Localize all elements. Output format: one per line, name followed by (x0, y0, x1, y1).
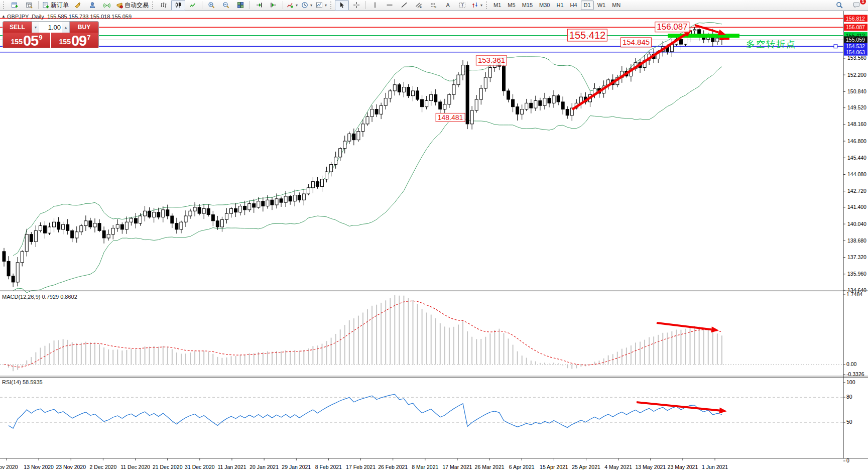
line-chart-mode-button[interactable] (186, 0, 200, 11)
horizontal-line-tool-button[interactable] (383, 0, 397, 11)
volume-input[interactable] (39, 24, 62, 31)
timeframe-mn-button[interactable]: MN (609, 1, 624, 10)
timeframe-m1-button[interactable]: M1 (490, 1, 504, 10)
bollinger-upper-band[interactable] (13, 23, 722, 256)
candle-body (198, 207, 201, 213)
rsi-axis-label: 0 (846, 457, 849, 463)
candle-body (148, 211, 151, 217)
sell-button[interactable]: SELL (3, 22, 32, 33)
channel-tool-button[interactable]: E (412, 0, 426, 11)
fibo-icon: F (430, 2, 437, 9)
new-chart-button[interactable] (8, 0, 22, 11)
trendline-tool-button[interactable] (397, 0, 411, 11)
timeframe-m30-button[interactable]: M30 (536, 1, 553, 10)
price-annotation[interactable]: 154.845 (621, 38, 652, 47)
price-annotation[interactable]: 153.361 (476, 56, 507, 65)
toolbar-grip[interactable] (152, 2, 154, 9)
vertical-line-tool-button[interactable] (368, 0, 382, 11)
candle-body (189, 211, 192, 216)
chart-shift-button[interactable] (267, 0, 281, 11)
chart-canvas[interactable]: 153.560152.200150.840149.520148.160146.8… (0, 11, 868, 473)
one-click-toggle-icon[interactable]: ▲ (2, 14, 6, 19)
candle-body (216, 221, 219, 227)
candle-body (330, 164, 333, 172)
red-dash-marker[interactable] (719, 38, 729, 40)
candle-body (557, 96, 560, 102)
rsi-axis-label: 100 (846, 379, 855, 385)
community-button[interactable] (85, 0, 99, 11)
candle-body (521, 109, 524, 114)
cursor-tool-button[interactable] (335, 0, 349, 11)
timeframe-h1-button[interactable]: H1 (553, 1, 566, 10)
duster-icon (74, 2, 81, 9)
crosshair-tool-button[interactable] (349, 0, 363, 11)
candle-body (12, 276, 15, 282)
toolbar-separator (250, 1, 250, 9)
metaeditor-button[interactable] (71, 0, 85, 11)
date-axis-label: 13 Nov 2020 (24, 464, 54, 470)
auto-scroll-button[interactable] (252, 0, 266, 11)
candle-body (139, 216, 142, 223)
candle-body (402, 87, 405, 92)
candle-body (307, 188, 310, 194)
tile-windows-button[interactable] (233, 0, 247, 11)
indicators-list-button[interactable]: ▾ (285, 0, 299, 11)
arrows-tool-button[interactable]: ▾ (470, 0, 484, 11)
timeframe-d1-button[interactable]: D1 (581, 1, 594, 10)
toolbar-grip[interactable] (330, 2, 332, 9)
chat-button[interactable]: 1 (849, 0, 863, 11)
timeframe-m15-button[interactable]: M15 (519, 1, 536, 10)
candlestick-mode-button[interactable] (171, 0, 185, 11)
bar-chart-mode-button[interactable] (157, 0, 171, 11)
auto-trading-button[interactable]: 自动交易 (114, 0, 150, 11)
candle-body (389, 91, 392, 98)
timeframe-h4-button[interactable]: H4 (567, 1, 580, 10)
price-annotation[interactable]: 155.412 (567, 29, 607, 42)
periods-list-button[interactable]: ▾ (300, 0, 314, 11)
candle-body (3, 252, 6, 262)
price-axis-label: 141.400 (847, 204, 866, 210)
profiles-button[interactable] (22, 0, 36, 11)
zoom-out-button[interactable] (219, 0, 233, 11)
price-scale[interactable]: 153.560152.200150.840149.520148.160146.8… (834, 15, 867, 463)
buy-price[interactable]: 155 09 7 (51, 33, 98, 48)
label-tool-button[interactable]: T (455, 0, 469, 11)
toolbar-separator (365, 1, 366, 9)
date-axis-label: 15 Apr 2021 (540, 464, 568, 470)
candle-body (193, 207, 196, 211)
bollinger-lower-band[interactable] (13, 67, 722, 293)
candle-body (30, 234, 33, 242)
toolbar-grip[interactable] (486, 2, 488, 9)
candle-body (393, 85, 396, 91)
timeframe-m5-button[interactable]: M5 (505, 1, 518, 10)
date-axis-label: 29 Jan 2021 (282, 464, 311, 470)
date-axis-label: 13 May 2021 (635, 464, 666, 470)
search-button[interactable] (832, 0, 846, 11)
fibonacci-tool-button[interactable]: F (426, 0, 440, 11)
buy-button[interactable]: BUY (70, 22, 98, 33)
timeframe-w1-button[interactable]: W1 (594, 1, 609, 10)
macd-label: MACD(12,26,9) 0.7929 0.8602 (2, 294, 77, 300)
candle-body (43, 226, 46, 233)
price-axis-label: 153.560 (847, 55, 866, 61)
sell-price[interactable]: 155 05 9 (3, 33, 50, 48)
templates-button[interactable]: ▾ (314, 0, 328, 11)
volume-decrease-button[interactable]: ▼ (32, 22, 39, 33)
price-annotation[interactable]: 156.087 (655, 22, 689, 33)
macd-divergence-arrow[interactable] (657, 323, 711, 329)
date-axis[interactable]: Nov 202013 Nov 202023 Nov 20202 Dec 2020… (0, 458, 728, 470)
turning-point-note[interactable]: 多空转折点 (746, 38, 796, 50)
zoom-in-button[interactable] (204, 0, 218, 11)
candle-body (479, 88, 482, 99)
signals-button[interactable] (100, 0, 114, 11)
toolbar-grip[interactable] (3, 2, 5, 9)
candle-body (548, 98, 551, 103)
price-annotation[interactable]: 148.481 (436, 113, 465, 122)
candle-body (293, 195, 296, 201)
new-order-button[interactable]: 新订单 (41, 0, 70, 11)
volume-increase-button[interactable]: ▲ (62, 22, 69, 33)
rsi-divergence-arrow[interactable] (637, 402, 719, 411)
support-highlight-bar[interactable] (668, 34, 739, 38)
text-tool-button[interactable]: A (441, 0, 455, 11)
line-selection-handle[interactable] (834, 45, 837, 48)
